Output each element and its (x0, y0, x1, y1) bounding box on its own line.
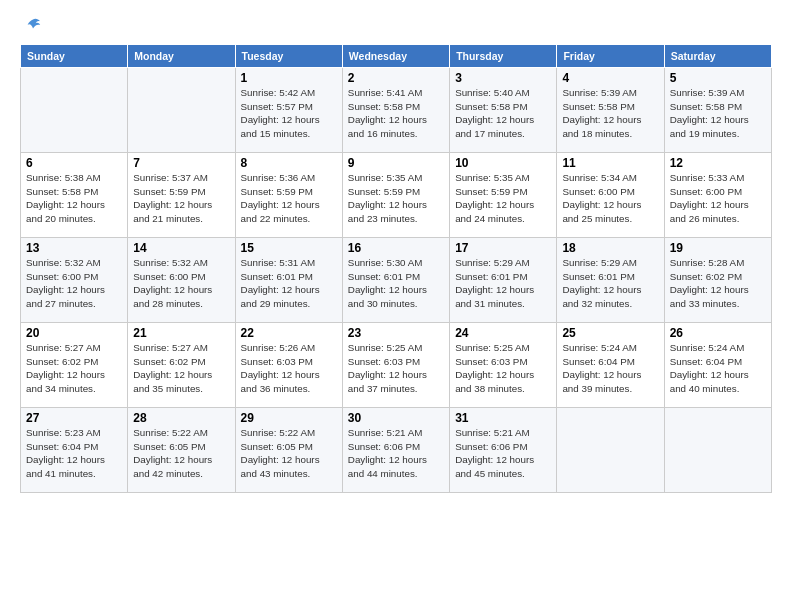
day-number: 21 (133, 326, 229, 340)
day-info: Sunrise: 5:21 AMSunset: 6:06 PMDaylight:… (455, 427, 534, 479)
day-number: 17 (455, 241, 551, 255)
calendar-day-cell: 18 Sunrise: 5:29 AMSunset: 6:01 PMDaylig… (557, 238, 664, 323)
day-info: Sunrise: 5:38 AMSunset: 5:58 PMDaylight:… (26, 172, 105, 224)
day-info: Sunrise: 5:23 AMSunset: 6:04 PMDaylight:… (26, 427, 105, 479)
calendar-day-cell: 25 Sunrise: 5:24 AMSunset: 6:04 PMDaylig… (557, 323, 664, 408)
day-number: 15 (241, 241, 337, 255)
calendar-day-cell: 12 Sunrise: 5:33 AMSunset: 6:00 PMDaylig… (664, 153, 771, 238)
calendar-day-cell: 13 Sunrise: 5:32 AMSunset: 6:00 PMDaylig… (21, 238, 128, 323)
calendar-day-cell: 15 Sunrise: 5:31 AMSunset: 6:01 PMDaylig… (235, 238, 342, 323)
calendar-day-cell (664, 408, 771, 493)
calendar-day-cell: 7 Sunrise: 5:37 AMSunset: 5:59 PMDayligh… (128, 153, 235, 238)
day-info: Sunrise: 5:32 AMSunset: 6:00 PMDaylight:… (133, 257, 212, 309)
day-info: Sunrise: 5:39 AMSunset: 5:58 PMDaylight:… (670, 87, 749, 139)
day-number: 12 (670, 156, 766, 170)
logo-bird-icon (24, 16, 42, 34)
day-info: Sunrise: 5:30 AMSunset: 6:01 PMDaylight:… (348, 257, 427, 309)
day-number: 11 (562, 156, 658, 170)
calendar-day-cell: 3 Sunrise: 5:40 AMSunset: 5:58 PMDayligh… (450, 68, 557, 153)
day-info: Sunrise: 5:22 AMSunset: 6:05 PMDaylight:… (241, 427, 320, 479)
calendar-day-cell: 8 Sunrise: 5:36 AMSunset: 5:59 PMDayligh… (235, 153, 342, 238)
calendar-day-cell: 1 Sunrise: 5:42 AMSunset: 5:57 PMDayligh… (235, 68, 342, 153)
day-number: 8 (241, 156, 337, 170)
day-info: Sunrise: 5:27 AMSunset: 6:02 PMDaylight:… (133, 342, 212, 394)
day-number: 16 (348, 241, 444, 255)
calendar-day-cell: 27 Sunrise: 5:23 AMSunset: 6:04 PMDaylig… (21, 408, 128, 493)
day-number: 31 (455, 411, 551, 425)
day-number: 19 (670, 241, 766, 255)
day-info: Sunrise: 5:28 AMSunset: 6:02 PMDaylight:… (670, 257, 749, 309)
day-info: Sunrise: 5:29 AMSunset: 6:01 PMDaylight:… (455, 257, 534, 309)
calendar-day-cell: 23 Sunrise: 5:25 AMSunset: 6:03 PMDaylig… (342, 323, 449, 408)
page-container: SundayMondayTuesdayWednesdayThursdayFrid… (0, 0, 792, 612)
calendar-day-cell: 11 Sunrise: 5:34 AMSunset: 6:00 PMDaylig… (557, 153, 664, 238)
day-number: 28 (133, 411, 229, 425)
calendar-day-cell (557, 408, 664, 493)
day-number: 18 (562, 241, 658, 255)
day-info: Sunrise: 5:24 AMSunset: 6:04 PMDaylight:… (562, 342, 641, 394)
day-info: Sunrise: 5:36 AMSunset: 5:59 PMDaylight:… (241, 172, 320, 224)
calendar-day-cell: 17 Sunrise: 5:29 AMSunset: 6:01 PMDaylig… (450, 238, 557, 323)
logo (20, 16, 44, 34)
day-info: Sunrise: 5:26 AMSunset: 6:03 PMDaylight:… (241, 342, 320, 394)
header (20, 16, 772, 34)
day-info: Sunrise: 5:35 AMSunset: 5:59 PMDaylight:… (348, 172, 427, 224)
calendar-day-cell (21, 68, 128, 153)
calendar-day-cell: 30 Sunrise: 5:21 AMSunset: 6:06 PMDaylig… (342, 408, 449, 493)
day-number: 24 (455, 326, 551, 340)
calendar-week-row: 1 Sunrise: 5:42 AMSunset: 5:57 PMDayligh… (21, 68, 772, 153)
day-number: 14 (133, 241, 229, 255)
day-number: 3 (455, 71, 551, 85)
day-info: Sunrise: 5:21 AMSunset: 6:06 PMDaylight:… (348, 427, 427, 479)
day-number: 10 (455, 156, 551, 170)
calendar-day-cell: 6 Sunrise: 5:38 AMSunset: 5:58 PMDayligh… (21, 153, 128, 238)
calendar-day-cell: 26 Sunrise: 5:24 AMSunset: 6:04 PMDaylig… (664, 323, 771, 408)
calendar-day-cell: 22 Sunrise: 5:26 AMSunset: 6:03 PMDaylig… (235, 323, 342, 408)
day-info: Sunrise: 5:40 AMSunset: 5:58 PMDaylight:… (455, 87, 534, 139)
day-info: Sunrise: 5:24 AMSunset: 6:04 PMDaylight:… (670, 342, 749, 394)
calendar-day-cell: 4 Sunrise: 5:39 AMSunset: 5:58 PMDayligh… (557, 68, 664, 153)
day-number: 22 (241, 326, 337, 340)
day-number: 4 (562, 71, 658, 85)
day-info: Sunrise: 5:33 AMSunset: 6:00 PMDaylight:… (670, 172, 749, 224)
calendar-day-cell: 29 Sunrise: 5:22 AMSunset: 6:05 PMDaylig… (235, 408, 342, 493)
day-number: 1 (241, 71, 337, 85)
weekday-header: Saturday (664, 45, 771, 68)
day-number: 26 (670, 326, 766, 340)
calendar-week-row: 20 Sunrise: 5:27 AMSunset: 6:02 PMDaylig… (21, 323, 772, 408)
day-number: 7 (133, 156, 229, 170)
calendar-day-cell: 24 Sunrise: 5:25 AMSunset: 6:03 PMDaylig… (450, 323, 557, 408)
calendar-day-cell: 5 Sunrise: 5:39 AMSunset: 5:58 PMDayligh… (664, 68, 771, 153)
weekday-header: Tuesday (235, 45, 342, 68)
calendar-table: SundayMondayTuesdayWednesdayThursdayFrid… (20, 44, 772, 493)
calendar-week-row: 13 Sunrise: 5:32 AMSunset: 6:00 PMDaylig… (21, 238, 772, 323)
day-info: Sunrise: 5:25 AMSunset: 6:03 PMDaylight:… (348, 342, 427, 394)
weekday-header: Friday (557, 45, 664, 68)
day-number: 6 (26, 156, 122, 170)
day-info: Sunrise: 5:27 AMSunset: 6:02 PMDaylight:… (26, 342, 105, 394)
day-number: 29 (241, 411, 337, 425)
day-number: 27 (26, 411, 122, 425)
calendar-day-cell: 16 Sunrise: 5:30 AMSunset: 6:01 PMDaylig… (342, 238, 449, 323)
day-number: 5 (670, 71, 766, 85)
weekday-header: Thursday (450, 45, 557, 68)
day-number: 9 (348, 156, 444, 170)
calendar-week-row: 6 Sunrise: 5:38 AMSunset: 5:58 PMDayligh… (21, 153, 772, 238)
calendar-day-cell: 20 Sunrise: 5:27 AMSunset: 6:02 PMDaylig… (21, 323, 128, 408)
day-number: 30 (348, 411, 444, 425)
day-info: Sunrise: 5:32 AMSunset: 6:00 PMDaylight:… (26, 257, 105, 309)
day-info: Sunrise: 5:22 AMSunset: 6:05 PMDaylight:… (133, 427, 212, 479)
day-info: Sunrise: 5:34 AMSunset: 6:00 PMDaylight:… (562, 172, 641, 224)
day-info: Sunrise: 5:37 AMSunset: 5:59 PMDaylight:… (133, 172, 212, 224)
calendar-day-cell: 19 Sunrise: 5:28 AMSunset: 6:02 PMDaylig… (664, 238, 771, 323)
day-number: 2 (348, 71, 444, 85)
calendar-day-cell: 10 Sunrise: 5:35 AMSunset: 5:59 PMDaylig… (450, 153, 557, 238)
weekday-header: Monday (128, 45, 235, 68)
calendar-day-cell: 9 Sunrise: 5:35 AMSunset: 5:59 PMDayligh… (342, 153, 449, 238)
calendar-day-cell: 21 Sunrise: 5:27 AMSunset: 6:02 PMDaylig… (128, 323, 235, 408)
day-info: Sunrise: 5:42 AMSunset: 5:57 PMDaylight:… (241, 87, 320, 139)
day-info: Sunrise: 5:35 AMSunset: 5:59 PMDaylight:… (455, 172, 534, 224)
calendar-header-row: SundayMondayTuesdayWednesdayThursdayFrid… (21, 45, 772, 68)
day-info: Sunrise: 5:41 AMSunset: 5:58 PMDaylight:… (348, 87, 427, 139)
day-number: 13 (26, 241, 122, 255)
